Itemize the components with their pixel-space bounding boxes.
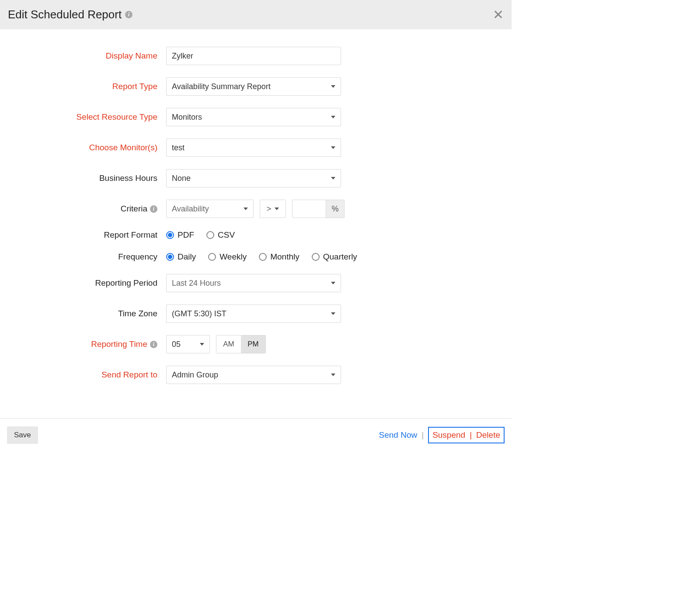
send-to-value: Admin Group bbox=[172, 370, 218, 380]
label-reporting-time: Reporting Time i bbox=[0, 339, 166, 349]
frequency-daily-radio[interactable]: Daily bbox=[166, 252, 196, 262]
frequency-daily-label: Daily bbox=[178, 252, 196, 262]
chevron-down-icon bbox=[200, 343, 204, 346]
display-name-input[interactable] bbox=[166, 47, 341, 65]
time-zone-select[interactable]: (GMT 5:30) IST bbox=[166, 304, 341, 323]
label-business-hours: Business Hours bbox=[0, 173, 166, 183]
info-icon[interactable]: i bbox=[150, 341, 157, 348]
save-button[interactable]: Save bbox=[7, 426, 38, 444]
radio-icon bbox=[166, 253, 174, 261]
label-criteria: Criteria i bbox=[0, 204, 166, 214]
send-now-link[interactable]: Send Now bbox=[379, 430, 418, 440]
row-business-hours: Business Hours None bbox=[0, 169, 512, 187]
reporting-hour-select[interactable]: 05 bbox=[166, 335, 210, 353]
dialog: Edit Scheduled Report i ✕ Display Name R… bbox=[0, 0, 512, 452]
chevron-down-icon bbox=[331, 85, 335, 88]
frequency-weekly-label: Weekly bbox=[219, 252, 247, 262]
resource-type-select[interactable]: Monitors bbox=[166, 108, 341, 126]
row-reporting-time: Reporting Time i 05 AM PM bbox=[0, 335, 512, 353]
choose-monitors-select[interactable]: test bbox=[166, 138, 341, 157]
format-csv-label: CSV bbox=[218, 230, 235, 240]
dialog-title: Edit Scheduled Report bbox=[8, 8, 122, 21]
format-pdf-radio[interactable]: PDF bbox=[166, 230, 194, 240]
resource-type-value: Monitors bbox=[172, 113, 202, 122]
pm-button[interactable]: PM bbox=[241, 336, 265, 353]
footer-actions: Send Now | Suspend | Delete bbox=[379, 427, 505, 443]
frequency-quarterly-radio[interactable]: Quarterly bbox=[312, 252, 357, 262]
label-reporting-period: Reporting Period bbox=[0, 278, 166, 288]
label-frequency: Frequency bbox=[0, 252, 166, 262]
criteria-operator-select[interactable]: > bbox=[260, 200, 286, 218]
criteria-metric-value: Availability bbox=[172, 204, 209, 214]
report-type-value: Availability Summary Report bbox=[172, 82, 271, 91]
separator: | bbox=[470, 430, 472, 440]
row-send-to: Send Report to Admin Group bbox=[0, 366, 512, 384]
row-report-format: Report Format PDF CSV bbox=[0, 230, 512, 240]
reporting-hour-value: 05 bbox=[172, 340, 181, 349]
frequency-monthly-radio[interactable]: Monthly bbox=[259, 252, 300, 262]
chevron-down-icon bbox=[331, 116, 335, 118]
label-time-zone: Time Zone bbox=[0, 309, 166, 318]
row-frequency: Frequency Daily Weekly Monthly bbox=[0, 252, 512, 262]
label-resource-type: Select Resource Type bbox=[0, 112, 166, 122]
chevron-down-icon bbox=[331, 282, 335, 284]
format-pdf-label: PDF bbox=[178, 230, 194, 240]
radio-icon bbox=[312, 253, 320, 261]
business-hours-select[interactable]: None bbox=[166, 169, 341, 187]
label-choose-monitors: Choose Monitor(s) bbox=[0, 143, 166, 152]
radio-icon bbox=[166, 231, 174, 239]
criteria-value-input[interactable] bbox=[293, 200, 326, 218]
radio-icon bbox=[206, 231, 214, 239]
criteria-metric-select[interactable]: Availability bbox=[166, 200, 254, 218]
row-resource-type: Select Resource Type Monitors bbox=[0, 108, 512, 126]
suspend-link[interactable]: Suspend bbox=[432, 430, 465, 440]
frequency-weekly-radio[interactable]: Weekly bbox=[208, 252, 247, 262]
label-display-name: Display Name bbox=[0, 51, 166, 61]
frequency-group: Daily Weekly Monthly Quarterly bbox=[166, 252, 357, 262]
close-icon[interactable]: ✕ bbox=[493, 8, 504, 21]
label-send-to: Send Report to bbox=[0, 370, 166, 380]
ampm-toggle: AM PM bbox=[216, 335, 266, 353]
radio-icon bbox=[259, 253, 267, 261]
separator: | bbox=[421, 430, 424, 440]
row-display-name: Display Name bbox=[0, 47, 512, 65]
business-hours-value: None bbox=[172, 174, 191, 183]
chevron-down-icon bbox=[331, 146, 335, 149]
frequency-quarterly-label: Quarterly bbox=[323, 252, 357, 262]
criteria-value-wrap: % bbox=[292, 200, 345, 218]
row-choose-monitors: Choose Monitor(s) test bbox=[0, 138, 512, 157]
frequency-monthly-label: Monthly bbox=[270, 252, 300, 262]
label-report-type: Report Type bbox=[0, 82, 166, 91]
form: Display Name Report Type Availability Su… bbox=[0, 29, 512, 418]
criteria-unit: % bbox=[326, 200, 344, 218]
row-time-zone: Time Zone (GMT 5:30) IST bbox=[0, 304, 512, 323]
dialog-footer: Save Send Now | Suspend | Delete bbox=[0, 418, 512, 452]
info-icon[interactable]: i bbox=[125, 11, 132, 18]
time-zone-value: (GMT 5:30) IST bbox=[172, 309, 226, 318]
delete-link[interactable]: Delete bbox=[476, 430, 500, 440]
info-icon[interactable]: i bbox=[150, 205, 157, 213]
reporting-period-value: Last 24 Hours bbox=[172, 279, 221, 288]
row-report-type: Report Type Availability Summary Report bbox=[0, 77, 512, 96]
report-type-select[interactable]: Availability Summary Report bbox=[166, 77, 341, 96]
chevron-down-icon bbox=[331, 177, 335, 180]
danger-actions: Suspend | Delete bbox=[428, 427, 505, 443]
radio-icon bbox=[208, 253, 216, 261]
chevron-down-icon bbox=[275, 208, 279, 210]
criteria-operator-value: > bbox=[267, 204, 272, 214]
dialog-title-wrap: Edit Scheduled Report i bbox=[8, 8, 132, 21]
choose-monitors-value: test bbox=[172, 143, 185, 152]
label-report-format: Report Format bbox=[0, 230, 166, 240]
row-criteria: Criteria i Availability > % bbox=[0, 200, 512, 218]
format-csv-radio[interactable]: CSV bbox=[206, 230, 235, 240]
chevron-down-icon bbox=[331, 312, 335, 315]
chevron-down-icon bbox=[331, 374, 335, 376]
chevron-down-icon bbox=[244, 208, 248, 210]
row-reporting-period: Reporting Period Last 24 Hours bbox=[0, 274, 512, 292]
am-button[interactable]: AM bbox=[216, 336, 241, 353]
reporting-period-select[interactable]: Last 24 Hours bbox=[166, 274, 341, 292]
dialog-header: Edit Scheduled Report i ✕ bbox=[0, 0, 512, 29]
label-reporting-time-text: Reporting Time bbox=[91, 339, 147, 349]
send-to-select[interactable]: Admin Group bbox=[166, 366, 341, 384]
label-criteria-text: Criteria bbox=[121, 204, 147, 214]
